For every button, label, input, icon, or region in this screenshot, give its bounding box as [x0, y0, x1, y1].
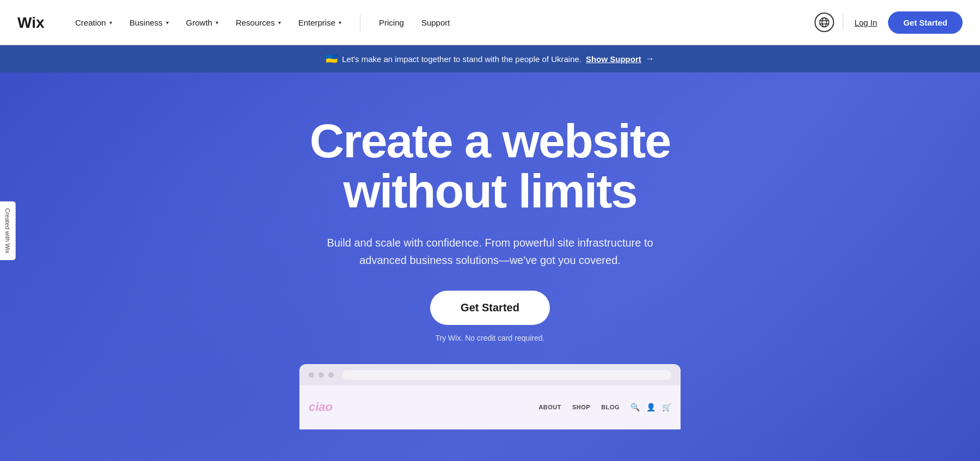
browser-nav-about: ABOUT: [538, 404, 561, 410]
hero-headline: Create a website without limits: [310, 116, 671, 217]
show-support-link[interactable]: Show Support: [586, 54, 641, 64]
nav-divider-right: [843, 14, 843, 30]
nav-item-business[interactable]: Business ▾: [122, 14, 176, 32]
svg-point-1: [820, 18, 829, 27]
login-button[interactable]: Log In: [852, 14, 879, 32]
ukraine-flag-icon: 🇺🇦: [326, 53, 338, 65]
chevron-down-icon: ▾: [216, 20, 218, 26]
navbar-right: Log In Get Started: [814, 11, 963, 34]
browser-icon-group: 🔍 👤 🛒: [630, 403, 671, 411]
browser-content: ciao ABOUT SHOP BLOG 🔍 👤 🛒: [300, 385, 680, 429]
banner-text: Let's make an impact together to stand w…: [342, 54, 581, 64]
hero-no-card-text: Try Wix. No credit card required.: [436, 334, 545, 342]
nav-menu: Creation ▾ Business ▾ Growth ▾ Resources…: [68, 14, 814, 32]
chevron-down-icon: ▾: [166, 20, 169, 26]
created-with-wix-tab[interactable]: Created with Wix: [0, 201, 16, 260]
browser-nav-blog: BLOG: [601, 404, 620, 410]
nav-item-enterprise[interactable]: Enterprise ▾: [291, 14, 349, 32]
svg-text:Wix: Wix: [17, 15, 45, 30]
hero-section: Create a website without limits Build an…: [0, 72, 980, 461]
browser-dot-3: [328, 372, 334, 378]
logo[interactable]: Wix: [17, 15, 50, 30]
get-started-button-nav[interactable]: Get Started: [888, 11, 963, 34]
ukraine-banner: 🇺🇦 Let's make an impact together to stan…: [0, 45, 980, 72]
browser-dot-2: [318, 372, 324, 378]
nav-divider: [360, 14, 360, 30]
search-icon: 🔍: [630, 403, 640, 411]
chevron-down-icon: ▾: [109, 20, 112, 26]
user-icon: 👤: [646, 403, 656, 411]
browser-frame: ciao ABOUT SHOP BLOG 🔍 👤 🛒: [299, 364, 681, 429]
cart-icon: 🛒: [662, 403, 671, 411]
navbar: Wix Creation ▾ Business ▾ Growth ▾ Resou…: [0, 0, 980, 45]
nav-item-pricing[interactable]: Pricing: [371, 14, 412, 32]
nav-item-resources[interactable]: Resources ▾: [228, 14, 289, 32]
nav-item-creation[interactable]: Creation ▾: [68, 14, 120, 32]
chevron-down-icon: ▾: [278, 20, 281, 26]
svg-point-2: [822, 18, 826, 27]
browser-site-nav: ABOUT SHOP BLOG 🔍 👤 🛒: [538, 403, 671, 411]
chevron-down-icon: ▾: [339, 20, 341, 26]
browser-site-logo: ciao: [309, 400, 333, 414]
language-selector-button[interactable]: [814, 13, 834, 32]
hero-subtext: Build and scale with confidence. From po…: [321, 234, 659, 269]
nav-item-growth[interactable]: Growth ▾: [179, 14, 226, 32]
browser-toolbar: [300, 365, 680, 385]
browser-dot-1: [309, 372, 314, 378]
browser-nav-shop: SHOP: [572, 404, 590, 410]
nav-item-support[interactable]: Support: [414, 14, 458, 32]
get-started-button-hero[interactable]: Get Started: [430, 291, 550, 325]
browser-mockup: ciao ABOUT SHOP BLOG 🔍 👤 🛒: [299, 364, 681, 429]
arrow-icon: →: [646, 54, 654, 64]
